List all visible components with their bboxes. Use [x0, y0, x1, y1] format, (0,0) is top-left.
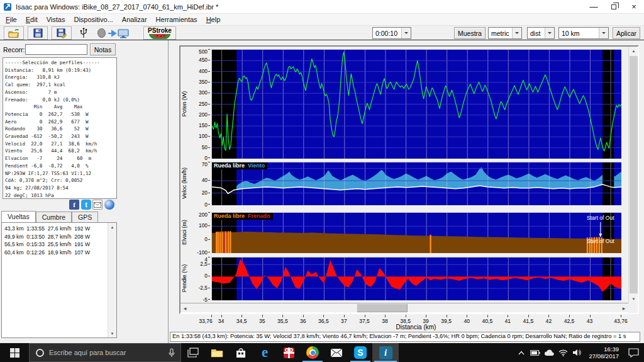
facebook-icon[interactable]: f — [69, 200, 79, 210]
isaac-taskbar-button[interactable]: i — [372, 343, 399, 362]
scrollbar-thumb[interactable] — [357, 303, 408, 312]
power-chart-plot[interactable] — [211, 49, 621, 158]
y-tick-label: 0 — [204, 201, 208, 208]
elevation-chart-row: Elvaci (m)2001000-100Start of OutStart o… — [180, 212, 621, 252]
scroll-down-button[interactable]: ▼ — [630, 295, 638, 303]
cortana-icon — [36, 349, 44, 357]
pstroke-label: PStroke — [148, 28, 172, 33]
edge-button[interactable]: e — [253, 343, 277, 362]
scroll-left-button[interactable]: ◀ — [180, 303, 189, 312]
gift-app-button[interactable] — [277, 343, 301, 362]
y-axis-ticks: 2001000-100 — [189, 212, 211, 252]
skype-button[interactable]: S — [348, 343, 372, 362]
file-explorer-button[interactable] — [205, 343, 229, 362]
taskbar-clock[interactable]: 16:39 27/08/2017 — [584, 343, 623, 362]
scroll-up-button[interactable]: ▲ — [630, 47, 638, 55]
lap-list-item[interactable]: 60,4 km 0:12:26 18,9 km/h 107 W — [2, 249, 116, 257]
y-axis-title: Pendie (%) — [179, 257, 189, 300]
menu-item-dispositivo[interactable]: Dispositivo... — [69, 14, 117, 25]
tab-gps[interactable]: GPS — [72, 212, 98, 222]
legend-label: Viento — [248, 162, 265, 169]
open-file-button[interactable] — [4, 26, 24, 40]
slope-chart-canvas — [212, 257, 621, 300]
battery-icon[interactable] — [528, 343, 542, 362]
wifi-icon[interactable] — [556, 343, 570, 362]
y-tick-label: 500 — [199, 48, 208, 55]
tray-chevron-up-icon[interactable] — [514, 343, 528, 362]
menu-item-herramientas[interactable]: Herramientas — [152, 14, 202, 25]
window-title: Isaac para Windows: iBike_08_27_2017_074… — [16, 3, 218, 11]
y-tick-label: 400 — [199, 68, 208, 74]
speed-chart-plot[interactable] — [211, 162, 621, 205]
mail-button[interactable] — [325, 343, 348, 362]
chevron-down-icon[interactable] — [599, 28, 608, 38]
volume-icon[interactable] — [570, 343, 584, 362]
title-bar: Isaac para Windows: iBike_08_27_2017_074… — [0, 0, 644, 14]
span-combo[interactable]: 10 km — [558, 27, 609, 39]
mode-combo[interactable]: dist — [527, 27, 555, 39]
chart-vertical-scrollbar[interactable]: ▲ ▼ — [628, 47, 638, 303]
chevron-down-icon[interactable] — [401, 28, 411, 38]
microphone-icon[interactable] — [169, 348, 175, 358]
muestra-button[interactable]: Muestra — [454, 27, 486, 39]
notas-button[interactable]: Notas — [90, 43, 116, 55]
chart-horizontal-scrollbar[interactable]: ◀ ▶ — [180, 303, 628, 313]
y-tick-label: 450 — [199, 57, 208, 63]
slope-chart-plot[interactable] — [211, 257, 621, 300]
units-combo[interactable]: metric — [488, 27, 522, 39]
legend-label: Rueda libre — [214, 162, 245, 169]
save-as-button[interactable] — [52, 26, 72, 40]
elevation-chart-plot[interactable]: Start of OutStart of Out — [211, 212, 621, 252]
tab-cumbre[interactable]: Cumbre — [36, 212, 72, 222]
menu-item-edit[interactable]: Edit — [21, 14, 42, 25]
store-button[interactable] — [229, 343, 253, 362]
aplicar-button[interactable]: Aplicar — [613, 27, 640, 39]
mode-value: dist — [530, 30, 540, 37]
tab-vueltas[interactable]: Vueltas — [1, 211, 36, 222]
email-icon[interactable] — [92, 200, 103, 210]
speed-chart-row: Veloc (km/h)7040200Rueda libreViento — [180, 162, 621, 205]
menu-item-analizar[interactable]: Analizar — [118, 14, 152, 25]
lap-list-scrollbar[interactable]: ▲ ▼ — [108, 223, 116, 337]
y-tick-label: -2,5 — [199, 285, 208, 291]
onedrive-cloud-icon[interactable] — [542, 343, 556, 362]
usb-connect-button[interactable] — [75, 26, 92, 40]
menu-item-file[interactable]: File — [1, 14, 21, 25]
lap-list-item[interactable]: 56,5 km 0:15:33 25,5 km/h 191 W — [2, 240, 116, 249]
scroll-down-button[interactable]: ▼ — [108, 329, 116, 337]
time-window-value: 0:00:10 — [375, 30, 397, 37]
store-icon — [235, 348, 247, 358]
lap-list-item[interactable]: 49,9 km 0:13:50 28,7 km/h 208 W — [2, 233, 116, 241]
taskbar-search-box[interactable]: Escribe aquí para buscar — [29, 343, 181, 362]
menu-item-help[interactable]: Help — [202, 14, 225, 25]
speed-chart-canvas — [212, 162, 621, 205]
close-button[interactable]: × — [624, 0, 644, 14]
y-axis-ticks: 7040200 — [189, 162, 211, 205]
file-explorer-icon — [211, 348, 223, 358]
twitter-icon[interactable]: t — [81, 200, 91, 210]
profile-summary-text: ------Selección de perfiles------ Distan… — [3, 58, 116, 199]
y-tick-label: 50 — [202, 144, 208, 150]
status-text: En 1:33:58 (43,3 km): Potencia: 35 W; Ve… — [172, 333, 626, 339]
chevron-down-icon[interactable] — [545, 28, 554, 38]
time-window-combo[interactable]: 0:00:10 — [372, 27, 411, 39]
pstroke-button[interactable]: PStroke — [143, 26, 176, 40]
send-to-device-button[interactable] — [94, 26, 133, 40]
menu-item-vistas[interactable]: Vistas — [42, 14, 70, 25]
y-axis-title: Veloc (km/h) — [179, 162, 189, 205]
chevron-down-icon[interactable] — [512, 28, 521, 38]
google-earth-icon[interactable] — [104, 200, 114, 210]
save-button[interactable] — [28, 26, 48, 40]
scrollbar-thumb[interactable] — [630, 56, 638, 293]
recorr-input[interactable] — [25, 44, 87, 55]
action-center-button[interactable] — [623, 343, 644, 362]
scroll-up-button[interactable]: ▲ — [108, 223, 116, 231]
start-button[interactable] — [0, 343, 29, 362]
chart-panel: Poten (W)500450400350300250200150100500V… — [179, 45, 639, 314]
scroll-right-button[interactable]: ▶ — [619, 303, 628, 312]
lap-list-item[interactable]: 43,3 km 1:33:55 27,6 km/h 192 W — [2, 225, 116, 233]
task-view-button[interactable] — [181, 343, 205, 362]
minimize-button[interactable]: — — [584, 0, 604, 14]
restore-button[interactable] — [604, 0, 624, 14]
chrome-button[interactable] — [301, 343, 325, 362]
